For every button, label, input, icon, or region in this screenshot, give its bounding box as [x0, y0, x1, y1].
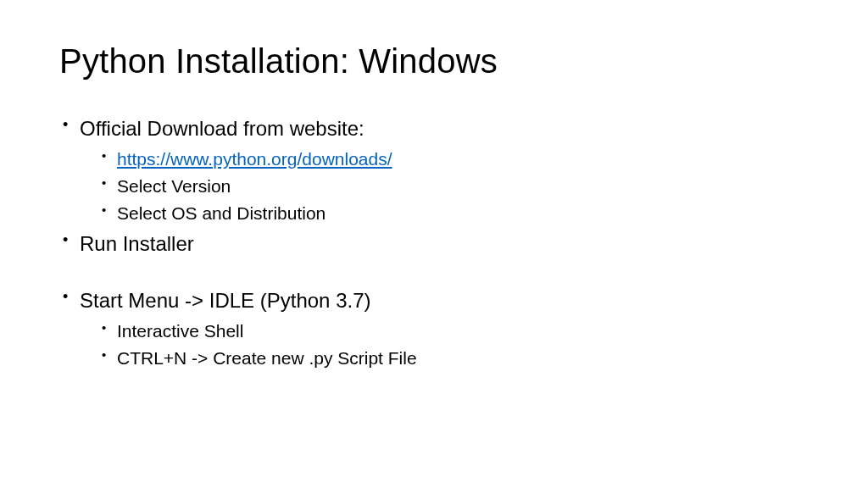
spacer: [59, 261, 809, 286]
list-item: CTRL+N -> Create new .py Script File: [100, 346, 809, 370]
list-item: https://www.python.org/downloads/: [100, 147, 809, 171]
bullet-text: CTRL+N -> Create new .py Script File: [117, 348, 417, 368]
bullet-text: Official Download from website:: [80, 117, 364, 140]
bullet-list: Start Menu -> IDLE (Python 3.7) Interact…: [59, 286, 809, 370]
bullet-text: Select Version: [117, 176, 231, 196]
list-item: Interactive Shell: [100, 319, 809, 343]
list-item: Select Version: [100, 174, 809, 198]
list-item: Official Download from website: https://…: [59, 114, 809, 226]
list-item: Start Menu -> IDLE (Python 3.7) Interact…: [59, 286, 809, 370]
download-link[interactable]: https://www.python.org/downloads/: [117, 149, 392, 169]
slide-title: Python Installation: Windows: [59, 42, 809, 80]
bullet-text: Interactive Shell: [117, 321, 243, 341]
sub-list: https://www.python.org/downloads/ Select…: [80, 147, 809, 226]
list-item: Select OS and Distribution: [100, 201, 809, 225]
list-item: Run Installer: [59, 230, 809, 258]
sub-list: Interactive Shell CTRL+N -> Create new .…: [80, 319, 809, 371]
bullet-text: Select OS and Distribution: [117, 203, 326, 223]
bullet-text: Start Menu -> IDLE (Python 3.7): [80, 289, 371, 312]
bullet-text: Run Installer: [80, 232, 194, 255]
bullet-list: Official Download from website: https://…: [59, 114, 809, 258]
